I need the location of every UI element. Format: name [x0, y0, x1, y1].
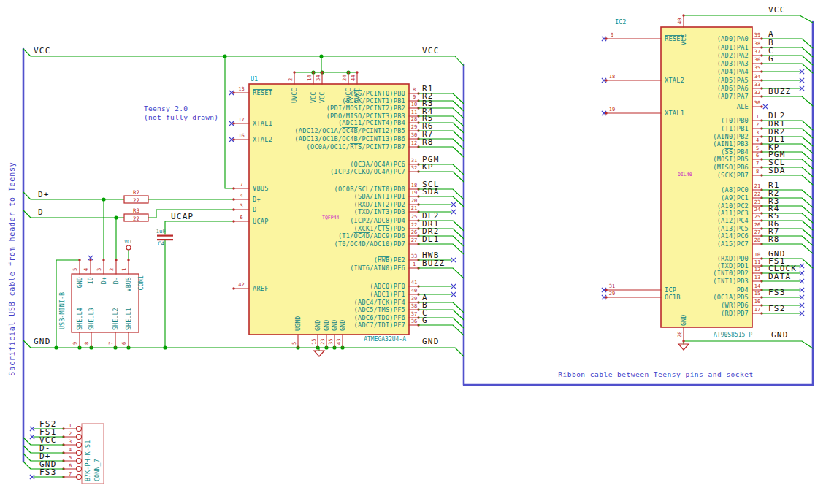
net-label: VCC	[422, 46, 439, 56]
vcc-symbol-label: VCC	[124, 239, 133, 245]
net-label: BUZZ	[768, 87, 791, 96]
pin-name: D-	[253, 206, 261, 213]
pin-name: (T1)PB1	[721, 125, 749, 132]
pin-end	[232, 198, 234, 200]
pin-number: 30	[754, 100, 760, 106]
connector-pad	[77, 443, 82, 448]
pin-name: (ADC6/TDO)PF6	[354, 314, 405, 321]
junction-dot	[54, 345, 58, 349]
pin-number: 35	[754, 65, 760, 71]
net-label: G	[422, 316, 428, 325]
pin-number: 32	[754, 90, 760, 96]
ic2-value: AT90S8515-P	[714, 332, 752, 338]
ic2-ref: IC2	[615, 18, 626, 26]
pin-number: 20	[411, 198, 417, 204]
pin-number: 35	[328, 339, 334, 345]
pin-name: SHELL4	[76, 308, 83, 330]
pin-end	[232, 208, 234, 210]
pin-number: 5	[72, 268, 78, 271]
net-label: VCC	[768, 5, 785, 15]
pin-number: 15	[754, 291, 760, 297]
pin-number: 22	[754, 191, 760, 197]
pin-number: 22	[411, 222, 417, 228]
pin-number: 38	[411, 303, 417, 309]
pin-number: 11	[411, 110, 417, 115]
pin-number: 10	[754, 252, 760, 258]
pin-number: 34	[754, 74, 760, 80]
pin-name: (ADC13/OC1B/OC4B/PCINT13)PB6	[294, 135, 405, 142]
pin-name: (OC3A/OC4A)PC6	[350, 161, 405, 168]
u1-ref: U1	[251, 75, 258, 83]
pin-name: RESET	[253, 89, 272, 96]
pin-name: (PDI/MOSI/PCINT2)PB2	[326, 104, 405, 112]
pin-name: (A9)PC1	[721, 194, 749, 202]
pin-name: (AD3)PA3	[717, 60, 749, 67]
pin-number: 26	[411, 229, 417, 235]
pin-number: 13	[754, 275, 760, 280]
pin-name: (T0/OC4D/ADC10)PD7	[334, 240, 405, 248]
resistor-value: 22	[133, 197, 139, 204]
pin-number: 16	[754, 299, 760, 305]
con1-ref: CON1	[137, 275, 145, 290]
pin-name: (WR)PD6	[721, 302, 749, 309]
pin-number: 33	[411, 253, 417, 259]
pin-number: 24	[342, 75, 348, 81]
pin-name: (OC1A)PD5	[713, 294, 749, 301]
pin-name: GND	[323, 320, 330, 331]
pin-name: PD4	[737, 286, 749, 294]
note-text: Sacrificial USB cable from header to Tee…	[8, 161, 16, 375]
net-label: SDA	[768, 166, 785, 175]
pin-number: 39	[754, 32, 760, 38]
pin-number: 18	[411, 183, 417, 188]
pin-number: 23	[754, 199, 760, 205]
pin-number: 14	[754, 283, 760, 289]
pin-number: 36	[754, 57, 760, 63]
pin-number: 1	[413, 261, 416, 267]
pin-number: 1	[121, 268, 127, 271]
conn7-ref: CONN_7	[93, 459, 101, 481]
pin-name: GND	[339, 320, 346, 331]
net-label: FS2	[768, 304, 785, 313]
pin-name: (RXD/INT2)PD2	[354, 201, 405, 208]
pin-number: 8	[413, 87, 416, 93]
capacitor-plate	[157, 235, 173, 237]
pin-end	[760, 105, 762, 107]
pin-end	[682, 340, 684, 342]
pin-name: (AD6)PA6	[717, 85, 749, 92]
net-label: BUZZ	[422, 259, 445, 268]
pin-name: XTAL2	[253, 136, 272, 143]
pin-number: 7	[756, 161, 759, 167]
pin-number: 15	[311, 339, 317, 345]
pin-name: UCAP	[253, 218, 269, 225]
u1-footprint: TQFP44	[322, 215, 340, 221]
pin-number: 14	[307, 75, 313, 81]
pin-name: (A12)PC4	[717, 217, 749, 224]
pin-number: 27	[754, 229, 760, 235]
pin-name: (A11)PC3	[717, 210, 749, 217]
pin-number: 4	[240, 193, 242, 199]
pin-number: 24	[754, 207, 760, 213]
connector-pad	[77, 475, 82, 480]
conn7-value: B7K-PH-K-S1	[84, 440, 91, 481]
pin-number: 3	[69, 439, 72, 445]
pin-name: D+	[253, 196, 261, 203]
pin-number: 16	[238, 133, 244, 139]
net-label: D+	[38, 190, 50, 199]
pin-end	[356, 71, 358, 73]
pin-name: (ADC5/TMS)PF5	[354, 306, 405, 313]
pin-number: 41	[411, 280, 417, 286]
pin-name: VCC	[680, 34, 687, 45]
pin-number: 21	[411, 205, 417, 211]
capacitor-value: 1uF	[156, 228, 166, 234]
pin-number: 2	[69, 431, 72, 437]
pin-number: 10	[411, 102, 417, 107]
pin-number: 30	[411, 132, 417, 138]
pin-number: 37	[411, 311, 417, 317]
pin-number: 9	[72, 342, 78, 345]
pin-name: (A15)PC7	[717, 240, 749, 248]
pin-number: 8	[84, 342, 90, 345]
pin-number: 4	[756, 137, 759, 143]
junction-dot	[102, 197, 105, 201]
pin-name: (TXD/INT3)PD3	[354, 208, 405, 215]
pin-name: GND	[680, 315, 687, 326]
